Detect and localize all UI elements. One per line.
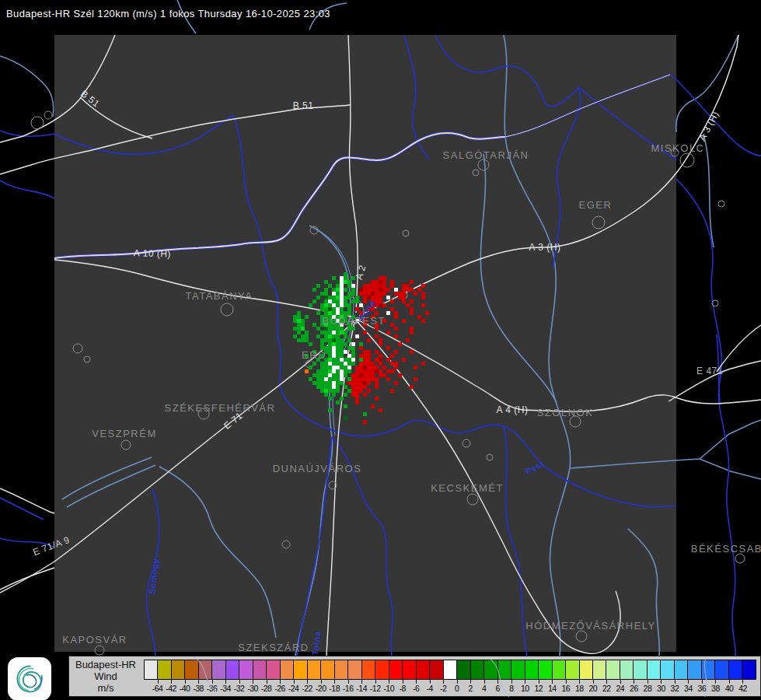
radar-echo-cell <box>297 327 301 331</box>
radar-echo-cell <box>320 369 324 373</box>
app-logo[interactable] <box>8 657 51 700</box>
radar-echo-cell <box>301 334 305 338</box>
legend-tick-label: -22 <box>302 684 312 693</box>
road-label: A 10 (H) <box>134 247 171 260</box>
radar-echo-cell <box>328 366 332 369</box>
radar-echo-cell <box>316 373 320 377</box>
radar-echo-cell <box>344 416 347 420</box>
radar-echo-cell <box>363 412 367 416</box>
radar-echo-cell <box>320 389 324 393</box>
radar-echo-cell <box>386 377 390 381</box>
legend-color-cell <box>661 660 674 679</box>
radar-echo-cell <box>344 393 347 397</box>
city-label: ERD <box>302 349 326 361</box>
radar-echo-cell <box>347 303 351 307</box>
radar-echo-cell <box>367 389 371 393</box>
radar-echo-cell <box>340 350 344 354</box>
radar-echo-cell <box>340 366 344 369</box>
radar-echo-cell <box>351 342 355 346</box>
radar-echo-cell <box>379 280 382 284</box>
radar-echo-cell <box>347 307 351 311</box>
city-label: SZOLNOK <box>537 407 594 418</box>
radar-echo-cell <box>332 303 336 307</box>
radar-echo-cell <box>390 362 394 366</box>
legend-color-cell <box>158 660 171 679</box>
radar-echo-cell <box>309 303 312 307</box>
legend-color-cell <box>417 660 430 679</box>
radar-echo-cell <box>382 276 386 280</box>
radar-echo-cell <box>332 389 336 393</box>
radar-echo-cell <box>324 366 328 369</box>
radar-echo-cell <box>316 311 320 315</box>
radar-echo-cell <box>336 385 340 389</box>
legend-color-cell <box>593 660 606 679</box>
radar-echo-cell <box>359 373 363 377</box>
radar-echo-cell <box>394 327 398 331</box>
radar-echo-cell <box>324 369 328 373</box>
radar-echo-cell <box>332 354 336 358</box>
radar-echo-cell <box>316 377 320 381</box>
radar-echo-cell <box>359 385 363 389</box>
radar-echo-cell <box>347 284 351 288</box>
radar-echo-cell <box>297 338 301 342</box>
legend-color-cell <box>498 660 511 679</box>
radar-echo-cell <box>390 307 394 311</box>
radar-echo-cell <box>379 358 382 362</box>
radar-echo-cell <box>367 381 371 385</box>
radar-echo-cell <box>328 299 332 303</box>
radar-echo-cell <box>324 292 328 296</box>
radar-echo-cell <box>367 366 371 369</box>
radar-echo-cell <box>363 393 367 397</box>
radar-echo-cell <box>402 284 406 288</box>
radar-echo-cell <box>359 342 363 346</box>
legend-tick-label: -38 <box>193 684 204 693</box>
radar-echo-cell <box>406 338 410 342</box>
radar-echo-cell <box>382 288 386 292</box>
radar-echo-cell <box>347 381 351 385</box>
radar-echo-cell <box>410 280 414 284</box>
radar-echo-cell <box>328 338 332 342</box>
radar-echo-cell <box>293 327 297 331</box>
radar-echo-cell <box>344 358 347 362</box>
legend-tick-label: -12 <box>370 684 381 693</box>
map-canvas <box>0 0 761 656</box>
radar-echo-cell <box>316 284 320 288</box>
radar-echo-cell <box>320 373 324 377</box>
radar-echo-cell <box>351 288 355 292</box>
radar-echo-cell <box>301 319 305 323</box>
radar-echo-cell <box>386 346 390 350</box>
radar-echo-cell <box>336 362 340 366</box>
radar-echo-cell <box>363 288 367 292</box>
legend-tick-label: 16 <box>562 684 571 693</box>
city-label: SZÉKESFEHÉRVÁR <box>165 402 276 414</box>
radar-echo-cell <box>347 389 351 393</box>
radar-echo-cell <box>363 350 367 354</box>
radar-echo-cell <box>320 338 324 342</box>
legend-tick-label: -40 <box>180 684 190 693</box>
radar-echo-cell <box>347 366 351 369</box>
legend-tick-label: -4 <box>427 684 433 693</box>
road-label: A 4 (H) <box>497 404 529 415</box>
radar-echo-cell <box>316 327 320 331</box>
radar-echo-cell <box>332 373 336 377</box>
radar-echo-cell <box>410 311 414 315</box>
legend-tick-label: -64 <box>152 684 163 693</box>
city-label: BUDAPEST <box>322 315 386 327</box>
radar-echo-cell <box>340 296 344 299</box>
radar-echo-cell <box>347 346 351 350</box>
radar-echo-cell <box>363 420 367 424</box>
radar-echo-cell <box>425 311 429 315</box>
radar-echo-cell <box>293 334 297 338</box>
radar-echo-cell <box>332 307 336 311</box>
radar-echo-cell <box>367 350 371 354</box>
radar-echo-cell <box>406 284 410 288</box>
radar-echo-cell <box>386 331 390 334</box>
legend-color-cell <box>172 660 185 679</box>
radar-echo-cell <box>305 338 309 342</box>
radar-echo-cell <box>359 303 363 307</box>
radar-echo-cell <box>336 303 340 307</box>
radar-echo-cell <box>297 331 301 334</box>
radar-echo-cell <box>379 369 382 373</box>
radar-echo-cell <box>421 292 425 296</box>
legend-color-cell <box>362 660 375 679</box>
